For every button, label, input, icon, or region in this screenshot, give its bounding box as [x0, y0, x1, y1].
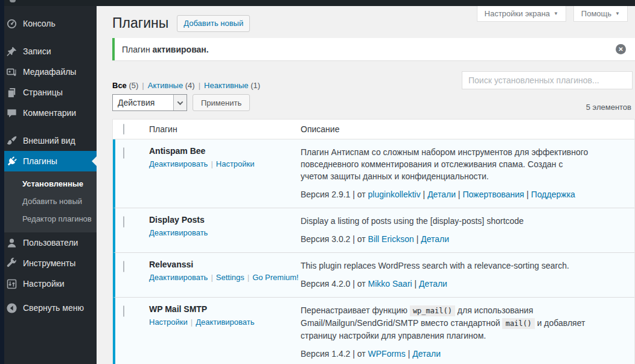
plugin-author-link[interactable]: Mikko Saari	[368, 279, 412, 289]
plugin-activated-notice: Плагин активирован. ✕	[112, 38, 635, 60]
filter-count: (4)	[183, 81, 195, 90]
inline-code: wp_mail()	[410, 305, 455, 316]
plugin-action-link[interactable]: Настройки	[216, 159, 255, 168]
plugin-author-link[interactable]: pluginkollektiv	[368, 190, 421, 199]
add-new-plugin-button[interactable]: Добавить новый	[177, 15, 250, 32]
plugin-meta-link[interactable]: Поддержка	[531, 190, 575, 199]
row-actions: Деактивировать	[149, 228, 301, 237]
sidebar-item-dashboard[interactable]: Консоль	[0, 13, 97, 34]
row-actions: Деактивировать|Настройки	[149, 159, 301, 168]
select-all-checkbox[interactable]	[123, 124, 124, 135]
plugin-author-link[interactable]: WPForms	[368, 349, 406, 359]
chevron-down-icon: ▼	[615, 11, 620, 16]
plugin-action-link[interactable]: Настройки	[149, 318, 188, 327]
submenu-item[interactable]: Установленные	[0, 175, 97, 193]
sidebar-item-pages[interactable]: Страницы	[0, 82, 97, 103]
apply-button[interactable]: Применить	[193, 94, 250, 111]
current-item-arrow	[87, 156, 97, 166]
sidebar-item-collapse-menu[interactable]: Свернуть меню	[0, 298, 97, 318]
users-icon	[6, 237, 18, 249]
row-checkbox[interactable]	[123, 216, 124, 228]
bulk-actions-select[interactable]: Действия	[112, 94, 187, 111]
comments-icon	[6, 107, 18, 119]
chevron-down-icon	[177, 99, 183, 105]
search-plugins-input[interactable]	[462, 71, 633, 89]
settings-icon	[6, 278, 18, 290]
sidebar-item-label: Медиафайлы	[23, 67, 76, 77]
plugin-action-link[interactable]: Деактивировать	[149, 159, 208, 168]
submenu-item[interactable]: Редактор плагинов	[0, 210, 97, 228]
action-separator: |	[244, 273, 252, 282]
sidebar-item-media[interactable]: Медиафайлы	[0, 62, 97, 82]
table-row: Antispam BeeДеактивировать|НастройкиПлаг…	[113, 139, 634, 208]
filter-separator: |	[195, 81, 204, 90]
sidebar-item-posts[interactable]: Записи	[0, 41, 97, 62]
row-checkbox[interactable]	[123, 147, 124, 159]
sidebar-item-tools[interactable]: Инструменты	[0, 253, 97, 273]
plugin-author-link[interactable]: Bill Erickson	[368, 234, 414, 244]
plugin-meta-link[interactable]: Детали	[419, 279, 447, 289]
wp-logo-partial-icon	[10, 0, 16, 2]
plugin-description: This plugin replaces WordPress search wi…	[301, 260, 591, 272]
bulk-actions-selected-value: Действия	[113, 98, 173, 107]
media-icon	[6, 66, 18, 78]
sidebar-item-comments[interactable]: Комментарии	[0, 103, 97, 123]
plugin-meta: Версия 3.0.2 | от Bill Erickson | Детали	[301, 233, 591, 245]
appearance-icon	[6, 135, 18, 147]
items-count: 5 элементов	[586, 103, 631, 112]
filter-link-active[interactable]: Активные (4)	[148, 81, 195, 90]
plugin-description: Display a listing of posts using the [di…	[301, 215, 591, 227]
plugin-description: Перенастраивает функцию wp_mail() для ис…	[301, 304, 591, 342]
notice-text-bold: активирован.	[153, 45, 209, 54]
plugin-description: Плагин Антиспам со сложным набором инстр…	[301, 146, 591, 182]
table-header-row: Плагин Описание	[113, 120, 634, 139]
action-separator: |	[188, 318, 196, 327]
status-filter-links: Все (5)|Активные (4)|Неактивные (1)	[112, 81, 260, 90]
pages-icon	[6, 87, 18, 98]
page-title: Плагины	[112, 14, 168, 32]
plugin-action-link[interactable]: Деактивировать	[196, 318, 254, 327]
posts-icon	[6, 46, 18, 57]
sidebar-item-users[interactable]: Пользователи	[0, 232, 97, 253]
sidebar-item-label: Инструменты	[23, 258, 75, 268]
row-checkbox[interactable]	[123, 305, 124, 317]
plugin-meta-link[interactable]: Детали	[412, 349, 441, 359]
column-header-description: Описание	[301, 124, 634, 134]
filter-link-all[interactable]: Все (5)	[112, 81, 138, 90]
sidebar-item-label: Пользователи	[23, 238, 78, 247]
plugin-meta: Версия 1.4.2 | от WPForms | Детали	[301, 348, 591, 360]
filter-link-inactive[interactable]: Неактивные (1)	[204, 81, 260, 90]
plugin-action-link[interactable]: Go Premium!	[252, 273, 299, 282]
plugin-meta: Версия 4.2.0 | от Mikko Saari | Детали	[301, 278, 591, 290]
plugin-meta-link[interactable]: Детали	[427, 190, 456, 199]
admin-bar	[0, 0, 635, 6]
sidebar-item-plugins[interactable]: Плагины	[0, 151, 97, 171]
sidebar-item-settings[interactable]: Настройки	[0, 273, 97, 294]
column-header-plugin: Плагин	[149, 124, 301, 134]
screen-options-button[interactable]: Настройки экрана ▼	[477, 6, 566, 22]
plugin-name: Antispam Bee	[149, 146, 301, 156]
filter-separator: |	[138, 81, 147, 90]
plugin-meta-link[interactable]: Детали	[421, 234, 449, 244]
plugin-name: WP Mail SMTP	[149, 304, 301, 314]
sidebar-item-label: Консоль	[23, 19, 56, 28]
help-button[interactable]: Помощь ▼	[573, 6, 628, 22]
row-checkbox[interactable]	[123, 261, 124, 272]
filter-count: (1)	[249, 81, 261, 90]
tools-icon	[6, 258, 18, 269]
sidebar-item-label: Свернуть меню	[23, 303, 84, 313]
plugin-action-link[interactable]: Деактивировать	[149, 273, 208, 282]
row-actions: Деактивировать|Settings|Go Premium!	[149, 273, 301, 282]
sidebar-item-appearance[interactable]: Внешний вид	[0, 130, 97, 151]
dashboard-icon	[6, 18, 18, 30]
notice-text: Плагин	[122, 45, 150, 54]
plugin-action-link[interactable]: Деактивировать	[149, 228, 208, 237]
plugin-meta: Версия 2.9.1 | от pluginkollektiv | Дета…	[301, 188, 591, 200]
plugin-name: Relevanssi	[149, 260, 301, 269]
plugin-meta-link[interactable]: Пожертвования	[462, 190, 524, 199]
submenu-item[interactable]: Добавить новый	[0, 193, 97, 210]
plugin-action-link[interactable]: Settings	[216, 273, 244, 282]
sidebar-item-label: Записи	[23, 46, 51, 56]
dismiss-notice-button[interactable]: ✕	[616, 44, 626, 54]
collapse-icon	[6, 302, 18, 314]
